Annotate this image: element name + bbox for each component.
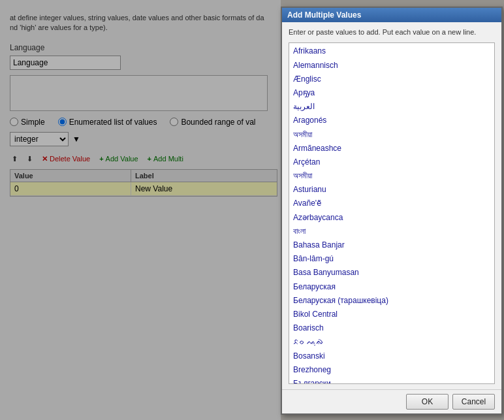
list-item[interactable]: Asturianu [292,183,492,197]
list-item[interactable]: Boarisch [292,321,492,335]
list-item[interactable]: Brezhoneg [292,363,492,377]
modal-description: Enter or paste values to add. Put each v… [289,27,495,37]
list-item[interactable]: Arçétan [292,155,492,169]
list-item[interactable]: Bahasa Banjar [292,238,492,252]
modal-title: Add Multiple Values [287,10,361,20]
list-item[interactable]: অসমীয়া [292,128,492,142]
list-item[interactable]: Azərbaycanca [292,211,492,225]
ok-button[interactable]: OK [406,394,449,410]
list-item[interactable]: Български [292,377,492,384]
list-item[interactable]: Afrikaans [292,44,492,58]
list-item[interactable]: Беларуская [292,280,492,294]
list-item[interactable]: Aragonés [292,114,492,127]
list-item[interactable]: বাংলা [292,225,492,238]
modal-body: Enter or paste values to add. Put each v… [282,22,501,389]
list-item[interactable]: Ænglisc [292,73,492,86]
list-item[interactable]: Bân-lâm-gú [292,252,492,266]
modal-footer: OK Cancel [282,389,501,413]
list-item[interactable]: Alemannisch [292,59,492,73]
add-multiple-dialog: Add Multiple Values Enter or paste value… [281,7,503,415]
modal-list[interactable]: AfrikaansAlemannischÆngliscАрҕуаالعربيةA… [289,42,495,384]
list-item[interactable]: ᨅᨔ ᨕᨘᨁᨗ [292,335,492,349]
list-item[interactable]: Armãneashce [292,142,492,155]
list-item[interactable]: Avañe'ẽ [292,197,492,210]
list-item[interactable]: Беларуская (тарашкевіца) [292,294,492,308]
list-item[interactable]: অসমীয়া [292,169,492,183]
list-item[interactable]: Bosanski [292,349,492,363]
cancel-button[interactable]: Cancel [452,394,495,410]
list-item[interactable]: Арҕуа [292,86,492,100]
modal-titlebar: Add Multiple Values [282,8,501,22]
list-item[interactable]: العربية [292,100,492,114]
list-item[interactable]: Basa Banyumasan [292,266,492,280]
list-item[interactable]: Bikol Central [292,308,492,321]
